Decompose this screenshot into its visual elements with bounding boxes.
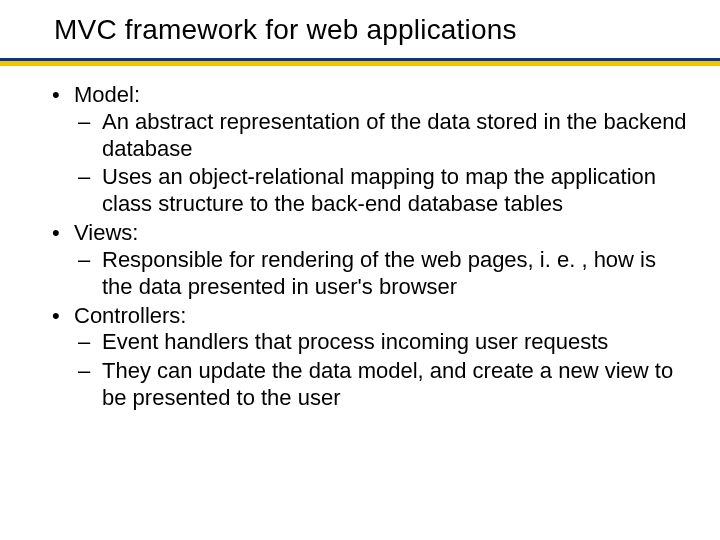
divider-yellow <box>0 61 720 66</box>
bullet-label: Model: <box>74 82 140 107</box>
list-item: Event handlers that process incoming use… <box>74 329 690 356</box>
sub-bullet-text: An abstract representation of the data s… <box>102 109 687 161</box>
sub-bullet-text: Event handlers that process incoming use… <box>102 329 608 354</box>
sub-bullet-list: Event handlers that process incoming use… <box>74 329 690 411</box>
bullet-label: Views: <box>74 220 138 245</box>
bullet-list: Model: An abstract representation of the… <box>46 82 690 412</box>
list-item: Controllers: Event handlers that process… <box>46 303 690 412</box>
list-item: Responsible for rendering of the web pag… <box>74 247 690 301</box>
sub-bullet-list: An abstract representation of the data s… <box>74 109 690 218</box>
bullet-label: Controllers: <box>74 303 186 328</box>
list-item: Uses an object-relational mapping to map… <box>74 164 690 218</box>
slide-title: MVC framework for web applications <box>54 14 700 46</box>
sub-bullet-text: Uses an object-relational mapping to map… <box>102 164 656 216</box>
sub-bullet-text: They can update the data model, and crea… <box>102 358 673 410</box>
list-item: They can update the data model, and crea… <box>74 358 690 412</box>
sub-bullet-text: Responsible for rendering of the web pag… <box>102 247 656 299</box>
slide: MVC framework for web applications Model… <box>0 0 720 540</box>
slide-content: Model: An abstract representation of the… <box>46 82 690 414</box>
sub-bullet-list: Responsible for rendering of the web pag… <box>74 247 690 301</box>
list-item: Model: An abstract representation of the… <box>46 82 690 218</box>
list-item: Views: Responsible for rendering of the … <box>46 220 690 300</box>
list-item: An abstract representation of the data s… <box>74 109 690 163</box>
